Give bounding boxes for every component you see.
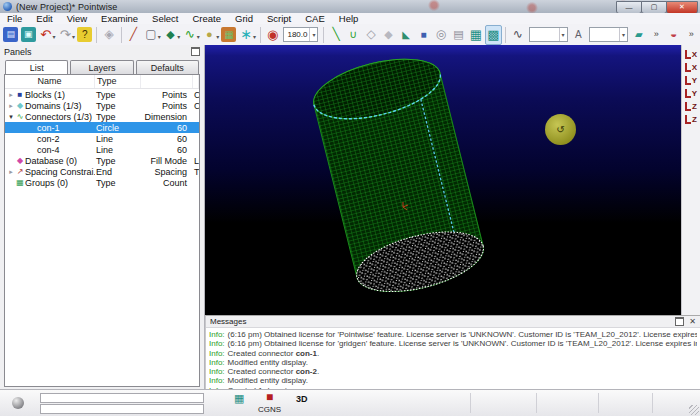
maximize-button[interactable]: ▢ <box>641 1 667 14</box>
surface-icon[interactable]: ◇ <box>362 25 379 45</box>
axis-view-button-plus-y[interactable]: Y <box>683 73 699 85</box>
status-separator <box>470 393 471 413</box>
solid-diamond-icon[interactable]: ◆ <box>380 25 397 45</box>
menu-item-script[interactable]: Script <box>260 13 298 24</box>
expand-open-icon[interactable]: ▾ <box>7 113 15 121</box>
structured-domain-icon[interactable]: ▦ <box>467 25 484 45</box>
examine-icon[interactable]: ◉ <box>264 25 281 45</box>
tree-cell-value: Points <box>141 101 193 111</box>
average-spacing-combo[interactable]: ▾ <box>589 27 628 42</box>
axis-l-icon <box>685 76 691 85</box>
viewport-canvas[interactable]: ↺ <box>205 45 681 315</box>
display-attributes-icon[interactable]: ╱ <box>125 25 142 45</box>
tree-cell-value: Fill Mode <box>141 156 193 166</box>
messages-close-icon[interactable]: ✕ <box>689 317 696 326</box>
tab-defaults[interactable]: Defaults <box>136 60 199 75</box>
menu-item-help[interactable]: Help <box>332 13 366 24</box>
mass-transform-icon[interactable]: ◈ <box>100 25 117 45</box>
domain-icon: ◆ <box>15 101 25 110</box>
message-info-label: Info: <box>209 339 225 348</box>
axis-view-button-minus-z[interactable]: Z <box>683 112 699 124</box>
panels-sidebar: Panels ListLayersDefaults Name Type ▸■Bl… <box>0 45 205 390</box>
average-spacing-icon[interactable]: A <box>570 25 587 45</box>
status-grid-icon: ▦ <box>234 393 244 404</box>
tree-row-domains-1-3[interactable]: ▸◆Domains (1/3)TypePointsCells <box>5 100 199 111</box>
dimension-badge: 3D <box>296 394 308 405</box>
layers-icon[interactable]: ▰ <box>630 25 647 45</box>
tree-row-spacing-constrai[interactable]: ▸↗Spacing Constrai...EndSpacingType <box>5 166 199 177</box>
minimize-icon: — <box>626 4 633 11</box>
panel-float-icon[interactable] <box>191 47 200 56</box>
status-field-1[interactable] <box>40 393 204 403</box>
two-point-curve-icon[interactable]: ╲ <box>327 25 344 45</box>
groups-icon: ▦ <box>15 178 25 187</box>
save-icon[interactable]: ▤ <box>2 25 19 45</box>
block-wedge-icon[interactable]: ◣ <box>397 25 414 45</box>
connector-dimension-icon[interactable]: ∿ <box>509 25 526 45</box>
tree-row-con-2[interactable]: con-2Line60 <box>5 133 199 144</box>
toolbar-separator <box>323 27 324 43</box>
help-icon[interactable]: ? <box>76 25 93 45</box>
tree-row-groups-0[interactable]: ▦Groups (0)TypeCount <box>5 177 199 188</box>
tree-cell-type: Type <box>95 156 141 166</box>
menu-item-examine[interactable]: Examine <box>94 13 145 24</box>
tree-cell-value: Points <box>141 90 193 100</box>
menu-item-create[interactable]: Create <box>185 13 228 24</box>
block-box-icon[interactable]: ■ <box>415 25 432 45</box>
axis-l-icon <box>685 89 691 98</box>
messages-float-icon[interactable] <box>675 317 684 326</box>
status-field-2[interactable] <box>40 404 204 414</box>
expand-closed-icon[interactable]: ▸ <box>7 168 15 176</box>
tree-row-con-4[interactable]: con-4Line60 <box>5 144 199 155</box>
column-header-type[interactable]: Type <box>95 75 141 88</box>
connector-dimension-combo[interactable]: ▾ <box>529 27 568 42</box>
tree-cell-extra: Cells <box>193 101 200 111</box>
dropdown-caret-icon: ▾ <box>158 33 161 40</box>
menu-item-cae[interactable]: CAE <box>298 13 332 24</box>
message-info-label: Info: <box>209 376 225 385</box>
tree-item-label: Blocks (1) <box>25 90 65 100</box>
menu-item-select[interactable]: Select <box>145 13 185 24</box>
extrude-icon[interactable]: ▤ <box>450 25 467 45</box>
axis-view-button-minus-x[interactable]: X <box>683 60 699 72</box>
message-line: Info:(6:16 pm) Obtained license for 'gri… <box>209 339 697 348</box>
tree-cell-extra: Type <box>193 167 200 177</box>
axis-view-button-plus-z[interactable]: Z <box>683 99 699 111</box>
tab-list[interactable]: List <box>5 60 68 75</box>
resize-grip[interactable] <box>689 405 699 415</box>
unstructured-domain-icon[interactable]: ▩ <box>485 25 502 45</box>
messages-panel: Messages ✕ Info:(6:16 pm) Obtained licen… <box>205 315 700 390</box>
render-view-icon[interactable]: ▦ <box>220 25 237 45</box>
open-icon[interactable]: ▣ <box>19 25 36 45</box>
status-separator <box>598 393 599 413</box>
axis-view-button-plus-x[interactable]: X <box>683 47 699 59</box>
entity-list: Name Type ▸■Blocks (1)TypePointsCells▸◆D… <box>4 74 200 387</box>
tab-layers[interactable]: Layers <box>70 60 133 75</box>
expand-closed-icon[interactable]: ▸ <box>7 102 15 110</box>
overflow-chevron-icon[interactable]: » <box>647 25 664 45</box>
expand-closed-icon[interactable]: ▸ <box>7 91 15 99</box>
overflow-chevron2-icon[interactable]: » <box>682 25 699 45</box>
menu-item-grid[interactable]: Grid <box>228 13 260 24</box>
tree-item-label: Groups (0) <box>25 178 68 188</box>
message-info-label: Info: <box>209 349 225 358</box>
tree-cell-value: Count <box>141 178 193 188</box>
menu-item-edit[interactable]: Edit <box>29 13 59 24</box>
column-header-name[interactable]: Name <box>5 75 95 88</box>
tree-row-con-1[interactable]: con-1Circle60 <box>5 122 199 133</box>
tree-row-blocks-1[interactable]: ▸■Blocks (1)TypePointsCells <box>5 89 199 100</box>
menu-item-file[interactable]: File <box>0 13 29 24</box>
menu-item-view[interactable]: View <box>60 13 94 24</box>
message-line: Info:Modified entity display. <box>209 376 697 385</box>
revolve-icon[interactable]: ◎ <box>432 25 449 45</box>
tree-item-label: Database (0) <box>25 156 77 166</box>
messages-list: Info:(6:16 pm) Obtained license for 'Poi… <box>206 328 700 397</box>
rotation-angle-combo[interactable]: 180.0▾ <box>283 27 318 42</box>
cae-mask-icon[interactable]: ◒ <box>665 25 682 45</box>
arc-curve-icon[interactable]: ∪ <box>345 25 362 45</box>
close-button[interactable]: ✕ <box>666 1 698 14</box>
tree-row-connectors-1-3[interactable]: ▾∿Connectors (1/3)TypeDimension <box>5 111 199 122</box>
axis-view-button-minus-y[interactable]: Y <box>683 86 699 98</box>
tree-row-database-0[interactable]: ◆Database (0)TypeFill ModeLine ... <box>5 155 199 166</box>
minimize-button[interactable]: — <box>616 1 642 14</box>
